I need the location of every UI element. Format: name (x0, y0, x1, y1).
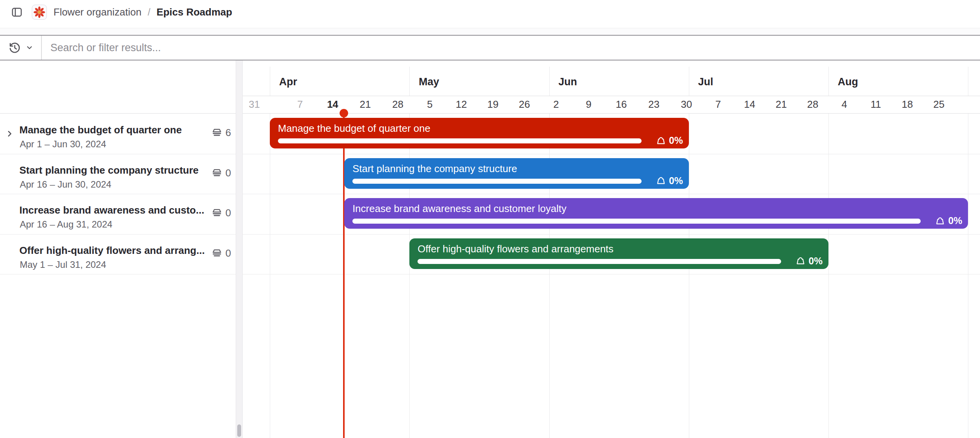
epic-list-item[interactable]: Manage the budget of quarter one Apr 1 –… (0, 114, 236, 154)
week-tick-label: 7 (297, 98, 303, 110)
breadcrumb-page-title: Epics Roadmap (157, 6, 232, 18)
scrollbar-thumb[interactable] (237, 424, 241, 437)
month-gridline (828, 114, 829, 438)
week-tick-label: 25 (933, 98, 944, 110)
week-tick-label: 12 (456, 98, 467, 110)
organization-avatar[interactable] (32, 5, 47, 20)
epic-bar-progress-track (418, 259, 781, 264)
child-count-value: 0 (226, 247, 231, 259)
week-tick-label: 7 (715, 98, 721, 110)
week-tick-label: 19 (487, 98, 499, 110)
week-tick-label: 2 (553, 98, 559, 110)
recent-searches-dropdown[interactable] (0, 36, 42, 60)
roadmap: Manage the budget of quarter one Apr 1 –… (0, 60, 980, 438)
epic-title[interactable]: Manage the budget of quarter one (19, 123, 208, 137)
epic-stack-icon (211, 127, 223, 138)
row-divider (0, 154, 980, 154)
weight-icon (656, 135, 666, 146)
filter-bar (0, 35, 980, 60)
epic-bar[interactable]: Increase brand awareness and customer lo… (344, 198, 968, 229)
history-icon (9, 41, 21, 54)
panel-left-icon (12, 7, 22, 17)
epic-bar-progress-label: 0% (948, 215, 962, 226)
epic-stack-icon (211, 248, 223, 259)
week-tick-label: 28 (807, 98, 818, 110)
breadcrumb-separator: / (148, 7, 150, 18)
epic-bar-progress-label: 0% (669, 175, 683, 186)
child-count-value: 0 (226, 207, 231, 219)
epic-child-count: 0 (211, 167, 231, 179)
month-header-border (240, 96, 980, 96)
week-tick-label: 28 (392, 98, 404, 110)
week-tick-label: 31 (249, 98, 260, 110)
epic-list-item[interactable]: Offer high-quality flowers and arrang...… (0, 234, 236, 274)
week-tick-label: 26 (519, 98, 530, 110)
month-label: Aug (838, 76, 858, 88)
weight-icon (656, 175, 666, 186)
epic-bar[interactable]: Start planning the company structure0% (344, 158, 689, 189)
epic-stack-icon (211, 167, 223, 179)
breadcrumb-org-link[interactable]: Flower organization (53, 6, 141, 18)
week-tick-label: 9 (586, 98, 591, 110)
month-label: Jul (698, 76, 713, 88)
epic-date-range: Apr 16 – Jun 30, 2024 (20, 178, 111, 191)
epic-title[interactable]: Offer high-quality flowers and arrang... (19, 243, 208, 257)
month-gridline (689, 114, 689, 438)
epic-bar-progress-info: 0% (795, 255, 823, 267)
tick-row-border (0, 113, 980, 114)
month-label: Apr (279, 76, 297, 88)
week-tick-label: 5 (427, 98, 432, 110)
epic-bar[interactable]: Offer high-quality flowers and arrangeme… (409, 238, 828, 269)
week-tick-label: 14 (744, 98, 755, 110)
epic-bar-title: Start planning the company structure (352, 162, 681, 176)
week-tick-label: 23 (648, 98, 659, 110)
week-tick-label: 21 (776, 98, 787, 110)
epic-bar-progress-info: 0% (656, 174, 683, 187)
row-divider (0, 234, 980, 235)
epic-list-item[interactable]: Start planning the company structure Apr… (0, 154, 236, 194)
epic-list-panel: Manage the budget of quarter one Apr 1 –… (0, 60, 236, 438)
weight-icon (935, 216, 945, 226)
epic-list-item[interactable]: Increase brand awareness and custo... Ap… (0, 194, 236, 234)
month-gridline (270, 114, 270, 438)
child-count-value: 0 (226, 167, 231, 179)
weight-icon (795, 255, 806, 266)
today-marker-dot (340, 109, 348, 117)
week-tick-label: 18 (902, 98, 913, 110)
epic-title[interactable]: Start planning the company structure (19, 163, 208, 177)
epic-bar-progress-track (352, 219, 921, 224)
expand-chevron-right-icon[interactable] (5, 129, 14, 138)
month-column-border (968, 67, 968, 96)
epic-title[interactable]: Increase brand awareness and custo... (19, 203, 208, 217)
sidebar-toggle-button[interactable] (12, 7, 22, 17)
week-tick-label: 16 (616, 98, 627, 110)
row-divider (0, 274, 980, 274)
week-tick-label: 30 (681, 98, 692, 110)
epic-bar-progress-track (278, 138, 642, 143)
row-divider (0, 194, 980, 194)
top-bar: Flower organization / Epics Roadmap (0, 0, 980, 28)
epic-bar-progress-info: 0% (656, 134, 683, 147)
search-input[interactable] (42, 36, 980, 60)
epic-date-range: Apr 1 – Jun 30, 2024 (20, 138, 106, 151)
epic-bar-progress-label: 0% (669, 135, 683, 146)
epic-bar-title: Offer high-quality flowers and arrangeme… (418, 242, 820, 256)
epic-date-range: May 1 – Jul 31, 2024 (20, 258, 106, 271)
epic-child-count: 0 (211, 247, 231, 259)
epic-child-count: 0 (211, 207, 231, 219)
chevron-down-icon (26, 44, 33, 52)
epic-bar[interactable]: Manage the budget of quarter one0% (270, 118, 689, 148)
month-gridline (968, 114, 968, 438)
week-tick-label: 4 (842, 98, 847, 110)
epic-bar-progress-info: 0% (935, 214, 962, 227)
epic-child-count: 6 (211, 127, 231, 139)
month-label: May (419, 76, 439, 88)
epic-bar-title: Increase brand awareness and customer lo… (352, 202, 960, 216)
scrollbar-gutter (236, 60, 243, 438)
epic-bar-progress-track (352, 179, 642, 184)
week-tick-label: 14 (327, 98, 338, 110)
epic-bar-title: Manage the budget of quarter one (278, 121, 681, 135)
breadcrumb: Flower organization / Epics Roadmap (53, 6, 232, 18)
week-tick-label: 11 (871, 98, 881, 110)
week-tick-label: 21 (360, 98, 371, 110)
